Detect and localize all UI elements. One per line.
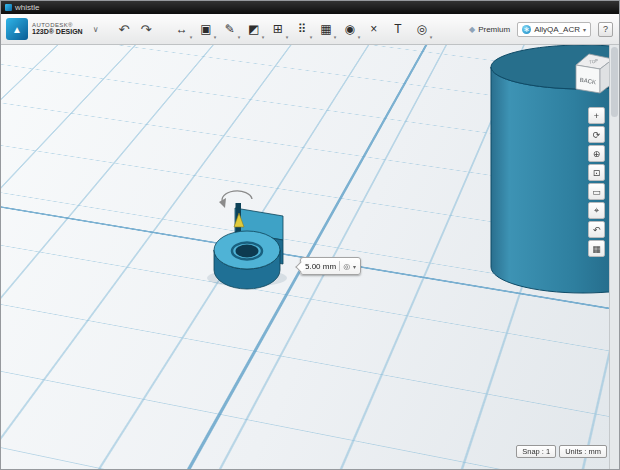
hole bbox=[236, 245, 259, 258]
app-window: whistle ▲ AUTODESK® 123D® DESIGN ∨ ↶ ↷ ↔… bbox=[0, 0, 620, 470]
autodesk-logo-icon: ▲ bbox=[6, 18, 28, 40]
divider bbox=[339, 261, 340, 271]
chevron-down-icon[interactable]: ▾ bbox=[353, 263, 356, 270]
titlebar[interactable]: whistle bbox=[1, 1, 619, 14]
main-toolbar: ▲ AUTODESK® 123D® DESIGN ∨ ↶ ↷ ↔ ▾ ▣ ▾ ✎… bbox=[1, 14, 619, 45]
account-dropdown[interactable]: ∗ AllyQA_ACR ▾ bbox=[517, 22, 591, 37]
account-label: AllyQA_ACR bbox=[534, 25, 580, 34]
help-button[interactable]: ? bbox=[598, 22, 613, 37]
zoom-icon: ⊕ bbox=[593, 149, 601, 159]
pattern-tool-button[interactable]: ⠿ ▾ bbox=[291, 17, 312, 41]
combine-icon: ◉ bbox=[345, 22, 355, 36]
transform-icon: ↔ bbox=[176, 22, 188, 36]
right-scrollbar[interactable] bbox=[609, 44, 619, 469]
nav-look-at-button[interactable]: ⌖ bbox=[588, 202, 605, 219]
scrollbar-thumb[interactable] bbox=[611, 47, 618, 117]
measure-tool-button[interactable]: ◎ ▾ bbox=[411, 17, 432, 41]
transform-tool-button[interactable]: ↔ ▾ bbox=[171, 17, 192, 41]
tool-strip: ↔ ▾ ▣ ▾ ✎ ▾ ◩ ▾ ⊞ ▾ ⠿ ▾ bbox=[171, 17, 432, 41]
toolbar-right-cluster: ◆ Premium ∗ AllyQA_ACR ▾ ? bbox=[469, 22, 613, 37]
dropdown-caret-icon: ▾ bbox=[286, 34, 289, 40]
zoom-window-icon: ▭ bbox=[592, 187, 601, 197]
text-icon: T bbox=[394, 22, 401, 36]
rotate-handle-arc[interactable] bbox=[222, 191, 252, 203]
app-menu-chevron-icon[interactable]: ∨ bbox=[93, 25, 99, 34]
measure-icon: ◎ bbox=[417, 22, 427, 36]
construct-tool-button[interactable]: ◩ ▾ bbox=[243, 17, 264, 41]
premium-icon: ◆ bbox=[469, 25, 475, 34]
units-setting-button[interactable]: Units : mm bbox=[559, 445, 607, 459]
dimension-value-field[interactable]: 5.00 mm bbox=[305, 262, 336, 271]
dimension-options-icon[interactable]: ◎ bbox=[343, 262, 350, 271]
account-icon: ∗ bbox=[522, 25, 531, 34]
primitives-icon: ▣ bbox=[200, 22, 211, 36]
status-bar: Snap : 1 Units : mm bbox=[516, 445, 607, 459]
brand-autodesk: AUTODESK® bbox=[32, 22, 83, 29]
dropdown-caret-icon: ▾ bbox=[238, 34, 241, 40]
snap-setting-button[interactable]: Snap : 1 bbox=[516, 445, 556, 459]
grouping-icon: ▦ bbox=[320, 22, 331, 36]
nav-zoom-window-button[interactable]: ▭ bbox=[588, 183, 605, 200]
nav-pan-button[interactable]: + bbox=[588, 107, 605, 124]
display-settings-icon: ▦ bbox=[592, 244, 601, 254]
history-buttons: ↶ ↷ bbox=[119, 22, 152, 37]
dropdown-caret-icon: ▾ bbox=[262, 34, 265, 40]
construct-icon: ◩ bbox=[248, 22, 259, 36]
brand-block: AUTODESK® 123D® DESIGN bbox=[32, 22, 83, 37]
nav-fit-button[interactable]: ⊡ bbox=[588, 164, 605, 181]
text-tool-button[interactable]: T bbox=[387, 17, 408, 41]
pan-icon: + bbox=[594, 111, 599, 121]
model-3d[interactable] bbox=[195, 182, 317, 296]
navigation-toolbar: + ⟳ ⊕ ⊡ ▭ ⌖ ↶ ▦ bbox=[588, 107, 605, 257]
dropdown-caret-icon: ▾ bbox=[310, 34, 313, 40]
dropdown-caret-icon: ▾ bbox=[190, 34, 193, 40]
delete-icon: × bbox=[370, 22, 377, 36]
nav-zoom-button[interactable]: ⊕ bbox=[588, 145, 605, 162]
document-title: whistle bbox=[15, 4, 39, 12]
grouping-tool-button[interactable]: ▦ ▾ bbox=[315, 17, 336, 41]
fit-view-icon: ⊡ bbox=[593, 168, 601, 178]
nav-orbit-button[interactable]: ⟳ bbox=[588, 126, 605, 143]
undo-button[interactable]: ↶ bbox=[119, 22, 130, 37]
dropdown-caret-icon: ▾ bbox=[334, 34, 337, 40]
app-icon bbox=[5, 4, 12, 11]
dropdown-caret-icon: ▾ bbox=[430, 34, 433, 40]
delete-tool-button[interactable]: × bbox=[363, 17, 384, 41]
previous-view-icon: ↶ bbox=[593, 225, 601, 235]
nav-previous-view-button[interactable]: ↶ bbox=[588, 221, 605, 238]
dropdown-caret-icon: ▾ bbox=[214, 34, 217, 40]
premium-label: Premium bbox=[478, 25, 510, 34]
sketch-tool-button[interactable]: ✎ ▾ bbox=[219, 17, 240, 41]
nav-display-settings-button[interactable]: ▦ bbox=[588, 240, 605, 257]
pattern-icon: ⠿ bbox=[297, 22, 306, 36]
chevron-down-icon: ▾ bbox=[583, 26, 586, 33]
look-at-icon: ⌖ bbox=[594, 205, 599, 216]
combine-tool-button[interactable]: ◉ ▾ bbox=[339, 17, 360, 41]
primitives-tool-button[interactable]: ▣ ▾ bbox=[195, 17, 216, 41]
dimension-input-tooltip[interactable]: 5.00 mm ◎ ▾ bbox=[300, 257, 361, 275]
redo-button[interactable]: ↷ bbox=[140, 22, 151, 37]
sketch-icon: ✎ bbox=[225, 22, 235, 36]
modify-tool-button[interactable]: ⊞ ▾ bbox=[267, 17, 288, 41]
orbit-icon: ⟳ bbox=[593, 130, 601, 140]
premium-button[interactable]: ◆ Premium bbox=[469, 25, 510, 34]
modify-icon: ⊞ bbox=[273, 22, 283, 36]
dropdown-caret-icon: ▾ bbox=[358, 34, 361, 40]
brand-123d-design: 123D® DESIGN bbox=[32, 28, 83, 36]
